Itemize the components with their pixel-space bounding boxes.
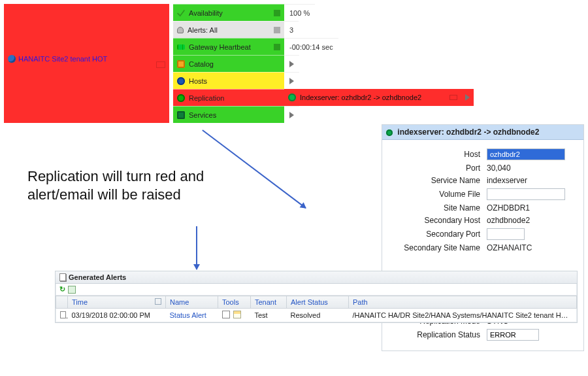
details-header: indexserver: ozhdbdr2 -> ozhdbnode2 — [382, 125, 583, 140]
secondary-host-value: ozhdbnode2 — [487, 216, 530, 225]
hosts-icon — [177, 77, 185, 85]
annotation-text: Replication will turn red and alert/emai… — [27, 167, 210, 203]
kpi-row-replication: Replication Indexserver: ozhdbdr2 -> ozh… — [173, 89, 474, 106]
arrow-to-alerts — [196, 226, 197, 269]
volume-file-input[interactable] — [487, 188, 565, 200]
replication-status-input[interactable] — [487, 329, 539, 341]
tool-email-icon[interactable] — [233, 311, 241, 318]
field-secondary-site-name: Secondary Site Name OZHANAITC — [389, 243, 577, 252]
page-icon — [59, 273, 66, 281]
kpi-label: Hosts — [189, 77, 280, 85]
cell-tools — [218, 309, 251, 322]
kpi-chip-replication[interactable]: Replication — [173, 89, 284, 106]
kpi-expand[interactable] — [284, 72, 299, 89]
expand-icon[interactable] — [465, 94, 470, 101]
expand-icon — [289, 78, 294, 84]
service-name-value: indexserver — [487, 176, 527, 185]
tenant-options-icon[interactable] — [156, 61, 165, 68]
replication-detail-chip[interactable]: Indexserver: ozhdbdr2 -> ozhdbnode2 — [284, 89, 474, 106]
alerts-table: Time Name Tools Tenant Alert Status Path… — [56, 296, 577, 322]
kpi-expand[interactable] — [284, 106, 299, 123]
bar-icon — [274, 10, 280, 16]
kpi-row-availability: Availability 100 % — [173, 4, 474, 21]
tenant-tile[interactable]: HANAITC Site2 tenant HOT — [4, 4, 169, 123]
field-volume-file: Volume File — [389, 188, 577, 200]
site-name-value: OZHDBDR1 — [487, 203, 530, 213]
field-label: Host — [389, 150, 487, 159]
kpi-label: Services — [189, 111, 280, 119]
kpi-expand[interactable] — [284, 55, 299, 72]
kpi-label: Catalog — [189, 60, 280, 68]
alert-name-link[interactable]: Status Alert — [170, 311, 206, 319]
status-dot-icon — [386, 129, 393, 136]
cell-path: /HANAITC HA/DR Site2/HANA Systems/HANAIT… — [349, 309, 577, 322]
field-label: Replication Status — [389, 330, 487, 339]
time-range-button[interactable] — [68, 286, 76, 294]
kpi-chip-alerts[interactable]: Alerts: All — [173, 21, 284, 38]
field-label: Secondary Site Name — [389, 243, 487, 252]
kpi-label: Alerts: All — [188, 26, 270, 34]
cell-status: Resolved — [287, 309, 349, 322]
col-path[interactable]: Path — [349, 296, 577, 309]
kpi-chip-services[interactable]: Services — [173, 106, 284, 123]
kpi-row-hosts: Hosts — [173, 72, 474, 89]
col-name[interactable]: Name — [166, 296, 218, 309]
kpi-row-heartbeat: Gateway Heartbeat -00:00:14 sec — [173, 38, 474, 55]
tool-copy-icon[interactable] — [222, 311, 230, 318]
replication-sub-icon — [288, 94, 296, 101]
kpi-row-catalog: Catalog — [173, 55, 474, 72]
cell-time: 03/19/2018 02:00:00 PM — [68, 309, 166, 322]
col-status[interactable]: Alert Status — [287, 296, 349, 309]
kpi-chip-availability[interactable]: Availability — [173, 4, 284, 21]
arrow-to-replication — [203, 129, 306, 208]
replication-options-icon[interactable] — [449, 95, 457, 100]
kpi-value: 100 % — [284, 4, 315, 21]
field-service-name: Service Name indexserver — [389, 176, 577, 185]
refresh-button[interactable]: ↻ — [59, 285, 65, 294]
bar-icon — [274, 27, 280, 33]
bell-icon — [177, 27, 184, 33]
services-icon — [177, 111, 185, 119]
screenshot-root: { "tenant": { "title": "HANAITC Site2 te… — [0, 0, 588, 376]
field-label: Port — [389, 163, 487, 173]
table-header-row: Time Name Tools Tenant Alert Status Path — [56, 296, 577, 309]
details-title: indexserver: ozhdbdr2 -> ozhdbnode2 — [397, 128, 539, 137]
cell-tenant: Test — [251, 309, 287, 322]
col-tenant[interactable]: Tenant — [251, 296, 287, 309]
expand-icon — [289, 61, 294, 67]
sort-icon[interactable] — [155, 298, 161, 305]
tenant-link[interactable]: HANAITC Site2 tenant HOT — [18, 55, 107, 63]
secondary-site-value: OZHANAITC — [487, 243, 532, 252]
kpi-list: Availability 100 % Alerts: All 3 Gateway… — [173, 4, 474, 123]
field-label: Site Name — [389, 203, 487, 213]
field-secondary-port: Secondary Port — [389, 228, 577, 240]
bar-icon — [274, 44, 280, 50]
field-label: Secondary Host — [389, 216, 487, 225]
port-value: 30,040 — [487, 163, 511, 173]
field-host: Host — [389, 148, 577, 160]
field-replication-status: Replication Status — [389, 329, 577, 341]
kpi-value: -00:00:14 sec — [284, 38, 338, 55]
kpi-chip-heartbeat[interactable]: Gateway Heartbeat — [173, 38, 284, 55]
col-time[interactable]: Time — [68, 296, 166, 309]
col-tools[interactable]: Tools — [218, 296, 251, 309]
tenant-icon — [8, 55, 16, 63]
kpi-chip-hosts[interactable]: Hosts — [173, 72, 284, 89]
row-page-icon — [60, 311, 66, 318]
kpi-row-services: Services — [173, 106, 474, 123]
check-icon — [177, 9, 185, 17]
replication-icon — [177, 94, 185, 102]
replication-detail-text: Indexserver: ozhdbdr2 -> ozhdbnode2 — [300, 94, 421, 101]
secondary-port-input[interactable] — [487, 228, 525, 240]
table-row[interactable]: 03/19/2018 02:00:00 PM Status Alert Test… — [56, 309, 577, 322]
host-input[interactable] — [487, 148, 565, 160]
kpi-value: 3 — [284, 21, 299, 38]
kpi-row-alerts: Alerts: All 3 — [173, 21, 474, 38]
alerts-title: Generated Alerts — [69, 273, 126, 281]
kpi-chip-catalog[interactable]: Catalog — [173, 55, 284, 72]
kpi-label: Replication — [189, 94, 280, 102]
field-label: Secondary Port — [389, 230, 487, 239]
field-port: Port 30,040 — [389, 163, 577, 173]
col-icon[interactable] — [56, 296, 68, 309]
field-site-name: Site Name OZHDBDR1 — [389, 203, 577, 213]
